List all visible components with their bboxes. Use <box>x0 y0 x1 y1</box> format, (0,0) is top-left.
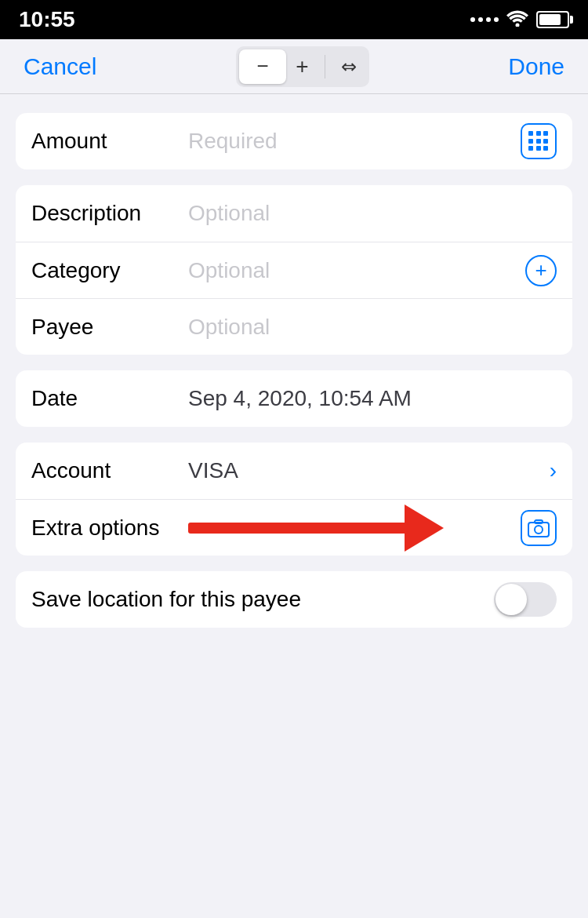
save-location-card: Save location for this payee <box>16 571 572 628</box>
done-button[interactable]: Done <box>508 53 564 80</box>
toolbar-separator <box>325 55 325 78</box>
camera-button[interactable] <box>521 510 557 546</box>
amount-field[interactable]: Required <box>188 129 521 154</box>
description-row[interactable]: Description Optional <box>16 185 572 242</box>
category-row[interactable]: Category Optional + <box>16 242 572 298</box>
svg-point-0 <box>516 24 520 27</box>
date-row[interactable]: Date Sep 4, 2020, 10:54 AM <box>16 370 572 427</box>
battery-icon <box>536 11 569 28</box>
amount-label: Amount <box>31 129 188 154</box>
toggle-thumb <box>495 584 527 615</box>
amount-row[interactable]: Amount Required <box>16 113 572 169</box>
payee-field[interactable]: Optional <box>188 315 557 340</box>
arrow-head <box>405 505 444 552</box>
svg-rect-1 <box>528 523 549 537</box>
toolbar: Cancel − + ⇔ Done <box>0 39 588 94</box>
toolbar-controls: − + ⇔ <box>236 46 368 87</box>
camera-icon <box>521 510 557 546</box>
extra-options-row[interactable]: Extra options <box>16 499 572 556</box>
status-time: 10:55 <box>19 7 75 32</box>
date-card: Date Sep 4, 2020, 10:54 AM <box>16 370 572 427</box>
toggle-switch[interactable] <box>494 582 557 617</box>
keyboard-dots <box>528 131 549 151</box>
plus-button[interactable]: + <box>286 54 318 79</box>
amount-card: Amount Required <box>16 113 572 169</box>
description-field[interactable]: Optional <box>188 201 557 226</box>
swap-button[interactable]: ⇔ <box>332 56 366 78</box>
save-location-label: Save location for this payee <box>31 587 301 612</box>
chevron-right-icon: › <box>550 458 557 483</box>
save-location-row[interactable]: Save location for this payee <box>16 571 572 628</box>
arrow-body <box>188 523 408 534</box>
account-row[interactable]: Account VISA › <box>16 443 572 499</box>
category-field[interactable]: Optional <box>188 258 525 283</box>
wifi-icon <box>506 9 528 30</box>
cancel-button[interactable]: Cancel <box>24 53 96 80</box>
account-value[interactable]: VISA <box>188 458 542 483</box>
red-arrow-container <box>188 505 510 552</box>
svg-point-2 <box>535 526 543 534</box>
status-icons <box>470 9 569 30</box>
payee-label: Payee <box>31 315 188 340</box>
form-content: Amount Required Description Optional Cat… <box>0 94 588 647</box>
details-card: Description Optional Category Optional +… <box>16 185 572 355</box>
category-label: Category <box>31 258 188 283</box>
date-value[interactable]: Sep 4, 2020, 10:54 AM <box>188 386 557 411</box>
plus-circle-icon: + <box>525 255 557 286</box>
keyboard-icon-button[interactable] <box>521 123 557 159</box>
payee-row[interactable]: Payee Optional <box>16 298 572 355</box>
account-chevron: › <box>542 458 557 483</box>
keyboard-icon <box>521 123 557 159</box>
account-label: Account <box>31 458 188 483</box>
save-location-toggle[interactable] <box>494 582 557 617</box>
extra-options-label: Extra options <box>31 515 188 541</box>
date-label: Date <box>31 386 188 411</box>
description-label: Description <box>31 201 188 226</box>
account-card: Account VISA › Extra options <box>16 443 572 556</box>
status-bar: 10:55 <box>0 0 588 39</box>
minus-button[interactable]: − <box>239 49 286 84</box>
signal-icon <box>470 17 499 22</box>
category-add-button[interactable]: + <box>525 255 557 286</box>
